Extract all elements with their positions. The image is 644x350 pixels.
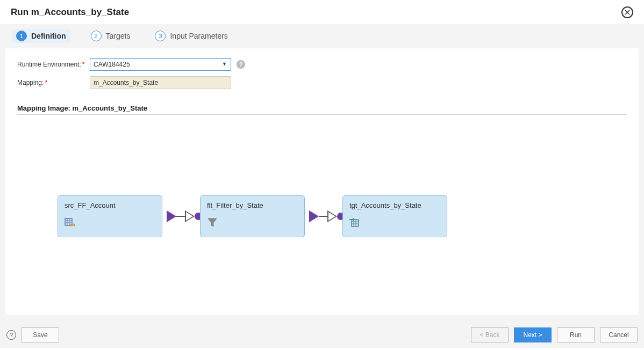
svg-rect-7 [352,220,359,227]
runtime-env-label: Runtime Environment:* [17,61,90,68]
arrow-outline-icon [185,210,195,222]
runtime-env-select-wrap: CAW184425 [90,58,231,71]
runtime-env-row: Runtime Environment:* CAW184425 ? [17,58,627,71]
cancel-button[interactable]: Cancel [600,327,638,342]
close-icon [625,10,630,15]
next-button[interactable]: Next > [514,327,552,342]
arrow-icon [309,210,319,222]
label-text: Mapping: [17,79,44,86]
node-source[interactable]: src_FF_Account [58,195,162,237]
node-label: flt_Filter_by_State [207,201,298,209]
dialog-header: Run m_Accounts_by_State [0,0,644,24]
label-text: Runtime Environment: [17,61,81,68]
required-mark: * [45,79,47,86]
step-number: 1 [16,31,27,41]
tab-input-parameters[interactable]: 3 Input Parameters [151,29,232,43]
footer-left: ? Save [6,327,59,342]
connector-2 [309,210,345,222]
tab-definition[interactable]: 1 Definition [12,29,70,43]
mapping-image-title: Mapping Image: m_Accounts_by_State [17,104,627,115]
step-number: 3 [155,31,166,41]
section-value: m_Accounts_by_State [73,104,147,112]
source-table-icon [65,217,75,228]
node-target[interactable]: tgt_Accounts_by_State [342,195,447,237]
back-button: < Back [471,327,509,342]
dialog-title: Run m_Accounts_by_State [11,7,129,18]
dialog-footer: ? Save < Back Next > Run Cancel [0,322,644,348]
run-button[interactable]: Run [557,327,595,342]
step-number: 2 [91,31,102,41]
mapping-label: Mapping:* [17,79,90,86]
connector-line [319,216,327,217]
save-button[interactable]: Save [22,327,59,342]
run-mapping-dialog: Run m_Accounts_by_State 1 Definition 2 T… [0,0,644,350]
arrow-outline-icon [327,210,337,222]
tab-label: Definition [31,32,66,40]
connector-line [176,216,185,217]
target-table-icon [349,217,360,228]
arrow-icon [167,210,176,222]
connector-1 [167,210,202,222]
tab-label: Input Parameters [170,32,227,40]
wizard-steps: 1 Definition 2 Targets 3 Input Parameter… [5,27,639,48]
runtime-env-select[interactable]: CAW184425 [90,58,231,71]
tab-targets[interactable]: 2 Targets [87,29,135,43]
dialog-body: 1 Definition 2 Targets 3 Input Parameter… [0,24,644,348]
footer-right: < Back Next > Run Cancel [471,327,638,342]
definition-panel: Runtime Environment:* CAW184425 ? Mappin… [5,48,639,315]
filter-funnel-icon [207,217,218,228]
close-button[interactable] [621,6,633,18]
section-prefix: Mapping Image: [17,104,73,112]
footer-help-icon[interactable]: ? [6,330,16,340]
mapping-row: Mapping:* [17,76,627,89]
node-filter[interactable]: flt_Filter_by_State [200,195,305,237]
node-label: src_FF_Account [65,201,155,209]
mapping-field [90,76,231,89]
node-label: tgt_Accounts_by_State [349,201,440,209]
tab-label: Targets [106,32,131,40]
help-icon[interactable]: ? [237,60,245,69]
required-mark: * [82,61,85,68]
mapping-canvas: src_FF_Account [17,115,627,287]
